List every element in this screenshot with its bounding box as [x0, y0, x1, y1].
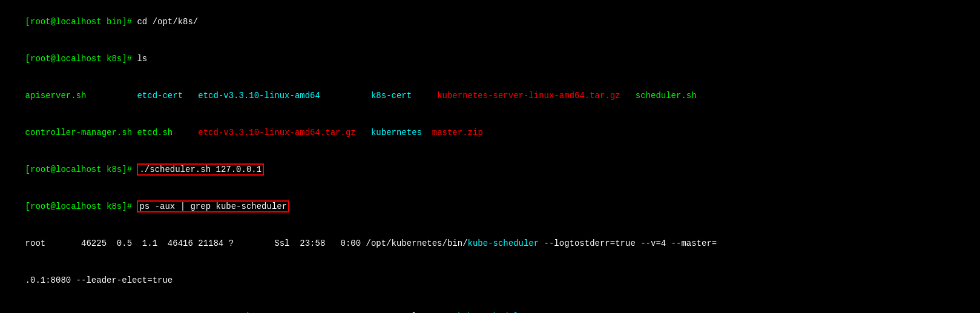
line-cd: [root@localhost bin]# cd /opt/k8s/ [5, 4, 975, 41]
prompt: [root@localhost bin]# [25, 17, 137, 27]
line-ls-output-2: controller-manager.sh etcd.sh etcd-v3.3.… [5, 114, 975, 151]
line-ps-output-2: .0.1:8080 --leader-elect=true [5, 262, 975, 298]
ps-command: ps -aux | grep kube-scheduler [137, 200, 289, 213]
scheduler-command: ./scheduler.sh 127.0.0.1 [137, 163, 264, 176]
line-ls: [root@localhost k8s]# ls [5, 41, 975, 77]
line-ps-output-3: root 46241 0.0 0.0 112676 984 pts/3 R+ 2… [5, 298, 975, 313]
prompt: [root@localhost k8s]# [25, 54, 137, 64]
line-ls-output-1: apiserver.sh etcd-cert etcd-v3.3.10-linu… [5, 77, 975, 114]
line-ps-output-1: root 46225 0.5 1.1 46416 21184 ? Ssl 23:… [5, 225, 975, 262]
line-ps-cmd: [root@localhost k8s]# ps -aux | grep kub… [5, 188, 975, 225]
terminal: [root@localhost bin]# cd /opt/k8s/ [root… [5, 4, 975, 313]
line-scheduler-cmd: [root@localhost k8s]# ./scheduler.sh 127… [5, 151, 975, 188]
